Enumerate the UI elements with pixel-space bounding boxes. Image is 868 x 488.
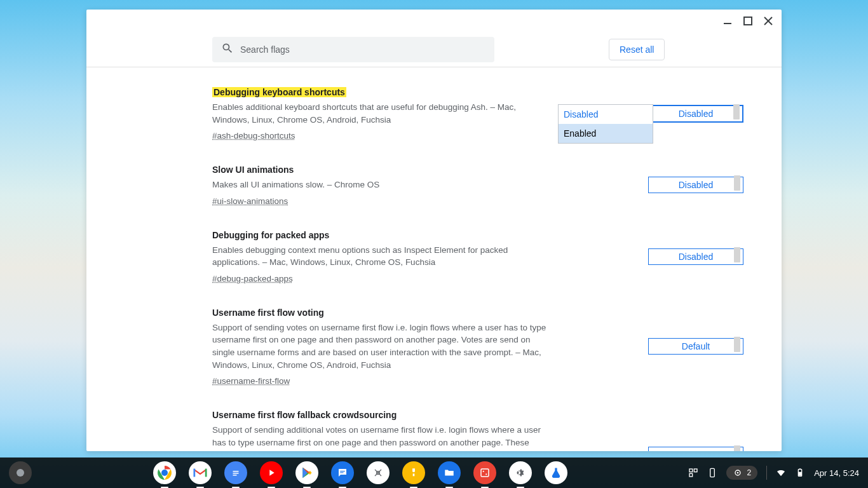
- flag-description: Support of sending votes on username fir…: [212, 322, 548, 371]
- flag-select[interactable]: Disabled: [648, 248, 743, 265]
- chevron-down-icon: [734, 255, 740, 259]
- svg-rect-6: [233, 473, 238, 474]
- chevron-down-icon: [734, 344, 740, 348]
- svg-rect-23: [799, 468, 801, 469]
- flag-select[interactable]: Default: [648, 447, 743, 451]
- flag-description: Makes all UI animations slow. – Chrome O…: [212, 179, 548, 191]
- svg-rect-9: [340, 472, 343, 473]
- flag-select-value: Disabled: [679, 252, 713, 262]
- chevron-down-icon: [733, 112, 740, 116]
- dropdown-option-disabled[interactable]: Disabled: [559, 105, 653, 124]
- search-input[interactable]: [240, 44, 485, 55]
- flag-row: Debugging for packed apps Enables debugg…: [212, 229, 743, 284]
- app-tools[interactable]: [367, 461, 390, 484]
- svg-rect-8: [340, 471, 345, 471]
- phone-hub-icon[interactable]: [707, 468, 717, 478]
- flag-select-value: Default: [682, 450, 710, 451]
- app-dice[interactable]: [473, 461, 496, 484]
- svg-rect-11: [412, 473, 414, 476]
- topbar: Reset all: [86, 32, 782, 67]
- svg-rect-16: [695, 469, 698, 472]
- svg-rect-5: [233, 471, 238, 472]
- shelf: 2 Apr 14, 5:24: [0, 458, 868, 488]
- shelf-apps: [32, 461, 688, 484]
- notification-pill[interactable]: 2: [726, 466, 757, 480]
- flag-select-value: Disabled: [679, 109, 713, 119]
- flag-select[interactable]: Default: [648, 338, 743, 355]
- flag-hash-link[interactable]: #ui-slow-animations: [212, 196, 288, 206]
- flag-select-value: Disabled: [679, 180, 713, 190]
- reset-all-button[interactable]: Reset all: [609, 39, 665, 60]
- app-messages[interactable]: [331, 461, 354, 484]
- flag-select[interactable]: Disabled: [648, 177, 743, 193]
- app-gmail[interactable]: [189, 461, 212, 484]
- svg-point-3: [161, 470, 168, 476]
- search-box[interactable]: [212, 37, 494, 62]
- flag-title: Username first flow fallback crowdsourci…: [212, 410, 397, 420]
- flag-title: Debugging keyboard shortcuts: [212, 87, 346, 97]
- flag-select-value: Default: [682, 341, 710, 351]
- notification-count: 2: [747, 468, 751, 477]
- flag-row: Username first flow voting Support of se…: [212, 307, 743, 386]
- search-icon: [221, 42, 234, 57]
- svg-rect-17: [689, 473, 693, 477]
- flag-description: Enables debugging context menu options s…: [212, 244, 548, 269]
- svg-rect-18: [710, 468, 715, 477]
- svg-rect-22: [799, 472, 801, 476]
- svg-rect-15: [689, 469, 693, 472]
- clock[interactable]: Apr 14, 5:24: [814, 468, 859, 478]
- launcher-button[interactable]: [9, 461, 32, 484]
- flag-title: Debugging for packed apps: [212, 230, 329, 240]
- app-chrome[interactable]: [153, 461, 176, 484]
- app-keep[interactable]: [402, 461, 425, 484]
- app-flask[interactable]: [545, 461, 567, 484]
- svg-rect-12: [481, 469, 489, 477]
- app-play-store[interactable]: [295, 461, 318, 484]
- flags-content: Debugging keyboard shortcuts Enables add…: [86, 67, 782, 451]
- minimize-button[interactable]: [723, 17, 732, 25]
- flag-select-dropdown[interactable]: Disabled Enabled: [558, 104, 653, 144]
- battery-icon[interactable]: [795, 468, 805, 478]
- svg-point-14: [485, 473, 487, 475]
- chevron-down-icon: [734, 183, 740, 187]
- flag-hash-link[interactable]: #debug-packed-apps: [212, 274, 293, 283]
- flag-title: Username first flow voting: [212, 308, 324, 318]
- tray-separator: [766, 466, 767, 480]
- flag-title: Slow UI animations: [212, 165, 294, 175]
- app-window: Reset all Debugging keyboard shortcuts E…: [86, 10, 782, 451]
- app-files[interactable]: [438, 461, 461, 484]
- system-tray[interactable]: 2 Apr 14, 5:24: [688, 466, 859, 480]
- app-docs[interactable]: [224, 461, 247, 484]
- overview-icon[interactable]: [688, 468, 698, 478]
- svg-rect-7: [233, 475, 236, 476]
- flag-hash-link[interactable]: #username-first-flow: [212, 376, 290, 386]
- flag-row: Slow UI animations Makes all UI animatio…: [212, 164, 743, 207]
- flag-row: Username first flow fallback crowdsourci…: [212, 409, 743, 451]
- wifi-icon[interactable]: [776, 468, 786, 478]
- close-button[interactable]: [764, 17, 773, 25]
- flag-hash-link[interactable]: #ash-debug-shortcuts: [212, 131, 295, 140]
- flag-description: Enables additional keyboard shortcuts th…: [212, 101, 548, 126]
- app-youtube[interactable]: [260, 461, 283, 484]
- flag-select[interactable]: Disabled: [648, 105, 743, 123]
- flag-description: Support of sending additional votes on u…: [212, 424, 548, 451]
- app-settings[interactable]: [509, 461, 532, 484]
- dropdown-option-enabled[interactable]: Enabled: [559, 124, 653, 143]
- svg-rect-4: [194, 469, 206, 477]
- flag-row: Debugging keyboard shortcuts Enables add…: [212, 86, 743, 141]
- titlebar: [86, 10, 782, 32]
- svg-point-20: [737, 472, 739, 474]
- maximize-button[interactable]: [743, 17, 752, 25]
- svg-point-13: [482, 471, 484, 472]
